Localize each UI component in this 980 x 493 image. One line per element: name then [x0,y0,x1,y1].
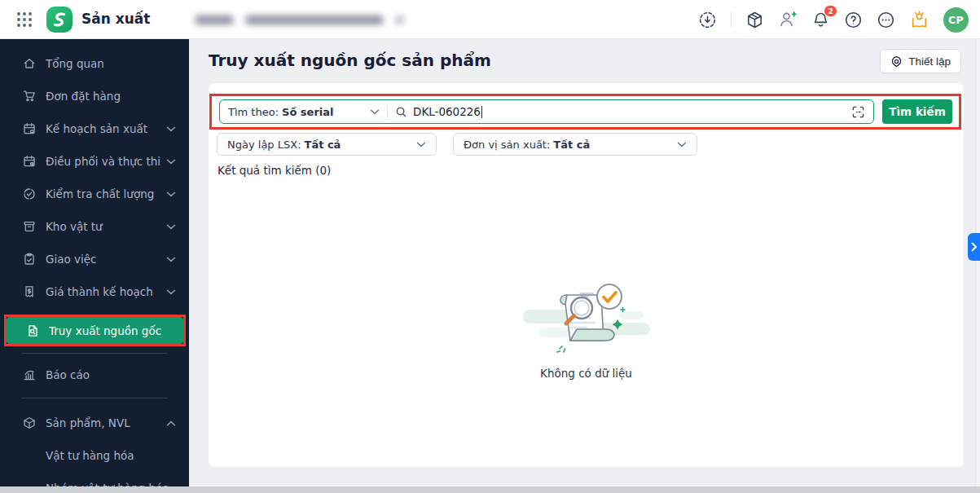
empty-state-text: Không có dữ liệu [209,367,964,380]
download-icon[interactable] [698,11,717,29]
sidebar-item-dieu-phoi-va-thuc-thi[interactable]: Điều phối và thực thi [0,145,189,178]
sidebar-item-don-dat-hang[interactable]: Đơn đặt hàng [0,80,189,112]
notification-bell-icon[interactable]: 2 [811,11,830,29]
cart-icon [23,90,37,103]
search-type-dropdown[interactable]: Tìm theo: Số serial [228,106,380,118]
cube-icon [23,416,37,430]
text-caret [481,106,482,118]
annotation-box-sidebar: Truy xuất nguồn gốc [4,315,186,346]
sidebar-item-truy-xuat-nguon-goc[interactable]: Truy xuất nguồn gốc [7,317,183,344]
no-data-illustration [521,277,652,362]
sidebar-item-san-pham-nvl[interactable]: Sản phẩm, NVL [0,407,189,439]
search-query-text: DKL-060226 [413,105,481,118]
sidebar-item-bao-cao[interactable]: Báo cáo [0,359,189,391]
topbar: Sản xuất [0,0,980,39]
invoice-dollar-icon [23,285,37,299]
filter-ngay-lap-lsx[interactable]: Ngày lập LSX: Tất cả [217,133,437,156]
sidebar-item-kiem-tra-chat-luong[interactable]: Kiểm tra chất lượng [0,178,189,210]
sidebar-divider [21,398,168,398]
sidebar: Tổng quan Đơn đặt hàng Kế hoạch sản xuất [0,39,189,493]
filter-don-vi-san-xuat[interactable]: Đơn vị sản xuất: Tất cả [453,133,697,156]
home-icon [23,57,37,71]
notification-count-badge: 2 [824,5,837,17]
results-count-label: Kết quả tìm kiếm (0) [218,164,331,177]
clipboard-check-icon [23,253,37,266]
chevron-down-icon [677,142,687,147]
warehouse-box-icon [23,220,37,234]
content-card: Tìm theo: Số serial DKL-060226 [209,83,964,467]
avatar[interactable]: CP [943,7,969,33]
main-content: Truy xuất nguồn gốc sản phẩm Thiết lập T… [189,39,980,493]
chevron-down-icon [166,289,176,295]
package-icon[interactable] [745,11,764,29]
sidebar-item-gia-thanh-ke-hoach[interactable]: Giá thành kế hoạch [0,275,189,308]
empty-state: Không có dữ liệu [209,277,964,380]
chevron-down-icon [166,224,176,230]
calendar-gear-icon [23,122,37,136]
chevron-down-icon [166,191,176,197]
app-title: Sản xuất [81,11,150,27]
annotation-box-search: Tìm theo: Số serial DKL-060226 [209,94,961,130]
file-search-icon [26,324,40,337]
input-divider [387,105,388,118]
expand-panel-button[interactable] [968,233,980,261]
tips-lightbulb-icon[interactable] [909,10,929,30]
calendar-clock-icon [23,155,37,169]
settings-button[interactable]: Thiết lập [880,49,961,73]
more-options-icon[interactable] [877,11,895,29]
app-launcher-grid-icon[interactable] [15,10,34,29]
chevron-down-icon [166,257,176,262]
app-logo-icon[interactable] [46,7,73,33]
chevron-down-icon [370,109,380,115]
horizontal-scrollbar[interactable] [0,486,980,493]
sidebar-item-giao-viec[interactable]: Giao việc [0,243,189,275]
chevron-down-icon [166,159,176,165]
sidebar-item-tong-quan[interactable]: Tổng quan [0,47,189,80]
gear-icon [890,55,903,68]
chevron-down-icon [166,126,176,132]
topbar-divider [731,11,732,28]
chevron-down-icon [416,142,426,147]
barcode-scan-icon[interactable] [851,105,865,119]
vertical-scrollbar[interactable] [975,39,980,493]
sidebar-divider [21,353,168,354]
page-title: Truy xuất nguồn gốc sản phẩm [209,51,491,70]
search-icon [395,106,407,118]
user-add-icon[interactable] [778,10,798,29]
help-icon[interactable] [844,11,863,29]
sidebar-item-kho-vat-tu[interactable]: Kho vật tư [0,210,189,243]
sidebar-item-ke-hoach-san-xuat[interactable]: Kế hoạch sản xuất [0,112,189,145]
search-input[interactable]: Tìm theo: Số serial DKL-060226 [219,99,874,124]
bar-chart-icon [23,368,37,382]
chevron-up-icon [166,420,176,426]
check-circle-icon [23,187,37,201]
blurred-browser-tab [196,12,409,27]
search-submit-button[interactable]: Tìm kiếm [882,99,952,124]
sidebar-item-vat-tu-hang-hoa[interactable]: Vật tư hàng hóa [0,439,189,472]
